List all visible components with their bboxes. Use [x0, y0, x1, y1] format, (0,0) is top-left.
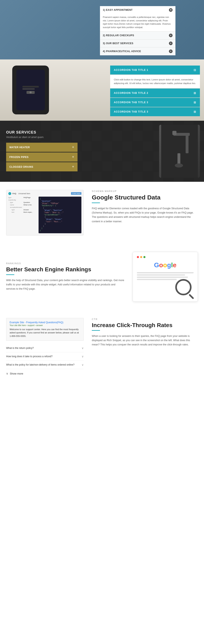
acc-tab-1[interactable]: ACCORDION TAB TITLE 1 ⊟: [110, 66, 200, 74]
faq-ss-header: ✓ FAQ Unnamed item Code Input: [8, 192, 81, 195]
magnifier-glass: [175, 279, 191, 295]
google-logo: Google: [154, 261, 176, 269]
faq-ss-code: { "@context" "@type": "FAQPage" "mainEnt…: [39, 196, 81, 233]
accordion-item-1: 1) EASY APPOINTMENT ✕ Praesent sapien ma…: [100, 6, 175, 32]
faq-example-title: Example Site - Frequently Asked Question…: [10, 321, 80, 324]
faq-ss-row-type2: type Question: [8, 202, 37, 203]
faq-screenshot-mockup: ✓ FAQ Unnamed item Code Input type FAQPa…: [6, 190, 84, 236]
faq-ss-row-type: type FAQPage: [8, 196, 37, 198]
accordion-icon-3: +: [169, 42, 173, 45]
medical-section: 1) EASY APPOINTMENT ✕ Praesent sapien ma…: [0, 0, 204, 60]
magnifier-handle: [189, 294, 194, 299]
faq-ss-row-accepted: acceptedAnswer: [8, 206, 37, 208]
services-left-panel: OUR SERVICES Vestibulum ac diam sit amet…: [6, 130, 77, 172]
accordion-header-4[interactable]: 4) PHARMACEUTICAL ADVICE +: [100, 48, 175, 55]
line-1: [137, 272, 193, 273]
faq-question-text-2: How long does it take to process a refun…: [6, 355, 52, 358]
svg-rect-7: [186, 133, 188, 153]
faq-ss-button[interactable]: Code Input: [71, 192, 81, 195]
accordion-item-4: 4) PHARMACEUTICAL ADVICE +: [100, 48, 175, 55]
faq-question-3[interactable]: What is the policy for late/non-delivery…: [6, 361, 84, 369]
service-plus-1: +: [72, 145, 74, 150]
show-more-chevron: ∨: [6, 372, 8, 375]
accordion-item-3: 3) OUR BEST SERVICES +: [100, 40, 175, 48]
service-item-1[interactable]: WATER HEATER +: [6, 143, 77, 152]
acc-tab-content-1: Click edit button to change this text. L…: [110, 75, 200, 88]
acc-tab-2[interactable]: ACCORDION TAB TITLE 2 ⊞: [110, 88, 200, 98]
accordion-title-2: 2) REGULAR CHECKUPS: [103, 34, 134, 37]
faq-question-1[interactable]: What is the return policy? ∨: [6, 344, 84, 352]
acc-tab-icon-2: ⊞: [193, 92, 196, 95]
acc-tab-title-3: ACCORDION TAB TITLE 3: [114, 101, 148, 104]
ctr-label: CTR: [92, 318, 198, 320]
services-subtitle: Vestibulum ac diam sit amet quam.: [6, 136, 77, 138]
faq-questions-panel: Example Site - Frequently Asked Question…: [6, 318, 84, 378]
ctr-text-panel: CTR Increase Click-Through Rates When a …: [92, 318, 198, 347]
services-section: OUR SERVICES Vestibulum ac diam sit amet…: [0, 121, 204, 182]
line-2: [137, 274, 185, 276]
accordion-header-3[interactable]: 3) OUR BEST SERVICES +: [100, 40, 175, 47]
acc-tab-title-1: ACCORDION TAB TITLE 1: [114, 68, 148, 72]
acc-tab-4[interactable]: ACCORDION TAB TITLE 3 ⊞: [110, 107, 200, 116]
faq-question-2[interactable]: How long does it take to process a refun…: [6, 352, 84, 361]
acc-tab-title-2: ACCORDION TAB TITLE 2: [114, 92, 148, 94]
accordion-content-1: Praesent sapien massa, convallis a pelle…: [100, 14, 175, 31]
magnifier-wrapper: [175, 279, 193, 297]
schema-text: FAQ widget for Elementor comes loaded wi…: [92, 206, 198, 224]
accordion-header-2[interactable]: 2) REGULAR CHECKUPS +: [100, 32, 175, 39]
faq-ss-row-name: name What is the: [8, 204, 37, 206]
service-label-1: WATER HEATER: [9, 146, 30, 149]
rankings-text: With the help of Structured Data, your c…: [6, 278, 125, 291]
rankings-title: Better Search Engine Rankings: [6, 266, 125, 273]
rankings-divider: [6, 274, 14, 275]
rankings-label: RANKINGS: [6, 262, 125, 264]
show-more-row[interactable]: ∨ Show more: [6, 369, 84, 378]
services-heading: OUR SERVICES: [6, 130, 77, 134]
faq-example-text: Welcome to our support center. Here you …: [10, 328, 80, 338]
browser-dots: [137, 256, 145, 258]
show-more-label: Show more: [10, 372, 23, 375]
schema-text-panel: SCHEMA MARKUP Google Structured Data FAQ…: [92, 190, 198, 236]
service-item-3[interactable]: CLOGGED DRAINS +: [6, 162, 77, 172]
wood-section: ACCORDION TAB TITLE 1 ⊟ Click edit butto…: [0, 60, 204, 121]
faq-ss-content: type FAQPage mainEntity type Question na…: [8, 196, 81, 233]
faq-ss-item-label: Unnamed item: [18, 192, 30, 194]
phone-image: [12, 66, 49, 114]
faq-question-text-3: What is the policy for late/non-delivery…: [6, 363, 74, 366]
service-item-2[interactable]: FROZEN PIPES +: [6, 152, 77, 162]
svg-rect-5: [161, 125, 198, 178]
rankings-right-panel: Google: [133, 252, 198, 302]
faq-ss-row-main: mainEntity: [8, 199, 37, 201]
acc-tab-icon-1: ⊟: [193, 68, 196, 72]
rankings-section: RANKINGS Better Search Engine Rankings W…: [0, 244, 204, 310]
schema-section: ✓ FAQ Unnamed item Code Input type FAQPa…: [0, 182, 204, 244]
service-label-3: CLOGGED DRAINS: [9, 166, 33, 168]
dot-red: [137, 256, 139, 258]
faucet-image: [159, 125, 200, 178]
rankings-left-panel: RANKINGS Better Search Engine Rankings W…: [6, 262, 125, 291]
dot-yellow: [140, 256, 142, 258]
faq-question-text-1: What is the return policy?: [6, 347, 34, 350]
ctr-divider: [92, 330, 100, 331]
accordion-title-3: 3) OUR BEST SERVICES: [103, 42, 133, 45]
magnifier-container: [137, 279, 193, 297]
faq-ss-label: FAQ: [13, 192, 16, 194]
faucet-visual: [159, 125, 200, 178]
faq-ctr-section: Example Site - Frequently Asked Question…: [0, 310, 204, 386]
teal-accordion: ACCORDION TAB TITLE 1 ⊟ Click edit butto…: [110, 66, 200, 117]
svg-rect-0: [20, 84, 41, 96]
svg-rect-2: [23, 88, 35, 90]
faq-chevron-3: ∨: [82, 363, 84, 366]
line-3: [137, 276, 188, 278]
acc-tab-3[interactable]: ACCORDION TAB TITLE 3 ⊞: [110, 98, 200, 107]
accordion-header-1[interactable]: 1) EASY APPOINTMENT ✕: [100, 6, 175, 14]
dot-green: [143, 256, 145, 258]
service-plus-2: +: [72, 155, 74, 159]
ctr-title: Increase Click-Through Rates: [92, 322, 198, 328]
ctr-text: When a user is looking for answers to th…: [92, 334, 198, 347]
accordion-icon-4: +: [169, 50, 173, 53]
faq-example-breadcrumb: Your site title here › support › answer: [10, 324, 80, 326]
faq-ss-row-text: text Most unpar...: [8, 211, 37, 213]
accordion-icon-1: ✕: [169, 8, 173, 12]
faq-ss-fields: type FAQPage mainEntity type Question na…: [8, 196, 37, 233]
